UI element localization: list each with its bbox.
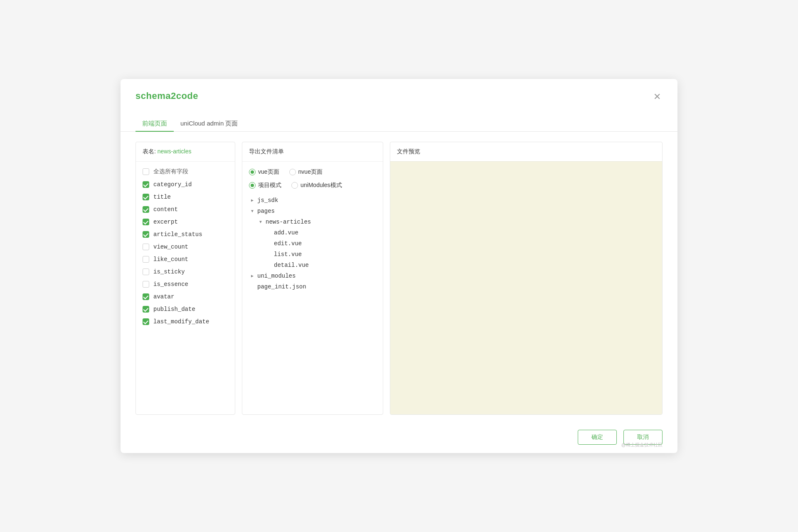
dialog-header: schema2code ✕ <box>121 79 677 103</box>
field-item[interactable]: excerpt <box>136 216 235 228</box>
tree-arrow-icon <box>266 251 272 258</box>
tree-item-label: list.vue <box>274 251 302 258</box>
radio-option[interactable]: nvue页面 <box>289 168 323 176</box>
tree-item-label: uni_modules <box>257 273 296 279</box>
right-panel: 文件预览 <box>390 142 663 415</box>
radio-option[interactable]: 项目模式 <box>249 182 281 189</box>
radio-label: nvue页面 <box>298 168 323 176</box>
field-label: is_sticky <box>153 268 185 275</box>
field-item[interactable]: article_status <box>136 228 235 241</box>
tree-arrow-icon <box>266 262 272 268</box>
radio-row: vue页面nvue页面 <box>249 168 376 176</box>
left-panel: 表名: news-articles 全选所有字段 category_idtitl… <box>135 142 235 415</box>
tree-item[interactable]: ▼pages <box>249 206 376 217</box>
field-label: title <box>153 194 171 200</box>
field-item[interactable]: publish_date <box>136 303 235 315</box>
field-checkbox[interactable] <box>143 181 149 188</box>
field-list: 全选所有字段 category_idtitlecontentexcerptart… <box>136 162 235 331</box>
tree-item-label: detail.vue <box>274 262 309 268</box>
select-all-label: 全选所有字段 <box>153 168 188 175</box>
field-items-container: category_idtitlecontentexcerptarticle_st… <box>136 178 235 328</box>
tree-item[interactable]: page_init.json <box>249 281 376 292</box>
app-title: schema2code <box>135 91 198 101</box>
tree-item[interactable]: edit.vue <box>249 238 376 249</box>
watermark: @稀土掘金技术社区 <box>621 442 663 448</box>
field-label: excerpt <box>153 219 178 225</box>
radio-label: vue页面 <box>258 168 279 176</box>
right-panel-header: 文件预览 <box>390 142 662 162</box>
tree-arrow-icon: ▶ <box>249 197 256 204</box>
field-item[interactable]: title <box>136 191 235 203</box>
field-item[interactable]: last_modify_date <box>136 315 235 328</box>
radio-circle[interactable] <box>289 169 296 175</box>
field-label: avatar <box>153 293 174 300</box>
table-name: news-articles <box>158 148 192 155</box>
field-checkbox[interactable] <box>143 206 149 213</box>
tree-item[interactable]: ▶uni_modules <box>249 271 376 281</box>
tree-item-label: page_init.json <box>257 283 306 290</box>
field-checkbox[interactable] <box>143 231 149 238</box>
radio-circle[interactable] <box>249 182 256 189</box>
field-checkbox[interactable] <box>143 318 149 325</box>
tree-item[interactable]: list.vue <box>249 249 376 260</box>
field-item[interactable]: category_id <box>136 178 235 191</box>
field-item[interactable]: like_count <box>136 253 235 266</box>
tree-arrow-icon: ▼ <box>249 208 256 214</box>
tree-item-label: js_sdk <box>257 197 278 204</box>
tree-item-label: edit.vue <box>274 240 302 247</box>
field-item[interactable]: is_essence <box>136 278 235 291</box>
main-dialog: schema2code ✕ 前端页面 uniCloud admin 页面 表名:… <box>121 79 677 453</box>
field-item[interactable]: content <box>136 203 235 216</box>
tab-frontend[interactable]: 前端页面 <box>135 116 174 132</box>
radio-label: 项目模式 <box>258 182 281 189</box>
field-label: content <box>153 206 178 213</box>
tree-arrow-icon <box>266 240 272 247</box>
field-item[interactable]: view_count <box>136 241 235 253</box>
field-checkbox[interactable] <box>143 281 149 288</box>
right-panel-body <box>390 162 662 414</box>
field-checkbox[interactable] <box>143 293 149 300</box>
field-item[interactable]: avatar <box>136 291 235 303</box>
table-name-prefix: 表名: <box>143 148 158 155</box>
field-label: publish_date <box>153 306 195 313</box>
left-panel-header: 表名: news-articles <box>136 142 235 162</box>
field-checkbox[interactable] <box>143 256 149 263</box>
field-checkbox[interactable] <box>143 306 149 313</box>
tab-unicloud[interactable]: uniCloud admin 页面 <box>174 116 244 132</box>
tree-item-label: news-articles <box>266 219 311 225</box>
tree-item-label: pages <box>257 208 275 214</box>
tree-item[interactable]: ▼news-articles <box>249 217 376 227</box>
field-label: view_count <box>153 244 188 250</box>
tree-arrow-icon <box>249 283 256 290</box>
radio-circle[interactable] <box>249 169 256 175</box>
field-label: article_status <box>153 231 202 238</box>
field-checkbox[interactable] <box>143 219 149 225</box>
tree-arrow-icon <box>266 229 272 236</box>
tabs-bar: 前端页面 uniCloud admin 页面 <box>121 106 677 132</box>
field-label: category_id <box>153 181 192 188</box>
radio-option[interactable]: uniModules模式 <box>291 182 342 189</box>
field-checkbox[interactable] <box>143 268 149 275</box>
radio-circle[interactable] <box>291 182 298 189</box>
tree-item[interactable]: detail.vue <box>249 260 376 271</box>
radio-groups-container: vue页面nvue页面项目模式uniModules模式 <box>249 168 376 189</box>
field-checkbox[interactable] <box>143 194 149 200</box>
select-all-checkbox[interactable] <box>143 168 149 175</box>
tree-item[interactable]: ▶js_sdk <box>249 195 376 206</box>
close-button[interactable]: ✕ <box>652 91 663 103</box>
tree-item-label: add.vue <box>274 229 298 236</box>
field-label: like_count <box>153 256 188 263</box>
tree-arrow-icon: ▶ <box>249 273 256 279</box>
tree-item[interactable]: add.vue <box>249 227 376 238</box>
main-content: 表名: news-articles 全选所有字段 category_idtitl… <box>121 142 677 415</box>
radio-row: 项目模式uniModules模式 <box>249 182 376 189</box>
dialog-footer: 确定 取消 <box>121 421 677 453</box>
mid-panel-header: 导出文件清单 <box>242 142 383 162</box>
radio-option[interactable]: vue页面 <box>249 168 279 176</box>
mid-panel: 导出文件清单 vue页面nvue页面项目模式uniModules模式 ▶js_s… <box>242 142 383 415</box>
confirm-button[interactable]: 确定 <box>578 430 617 445</box>
field-checkbox[interactable] <box>143 244 149 250</box>
tree-container: ▶js_sdk▼pages▼news-articlesadd.vueedit.v… <box>249 195 376 292</box>
select-all-item[interactable]: 全选所有字段 <box>136 165 235 178</box>
field-item[interactable]: is_sticky <box>136 266 235 278</box>
